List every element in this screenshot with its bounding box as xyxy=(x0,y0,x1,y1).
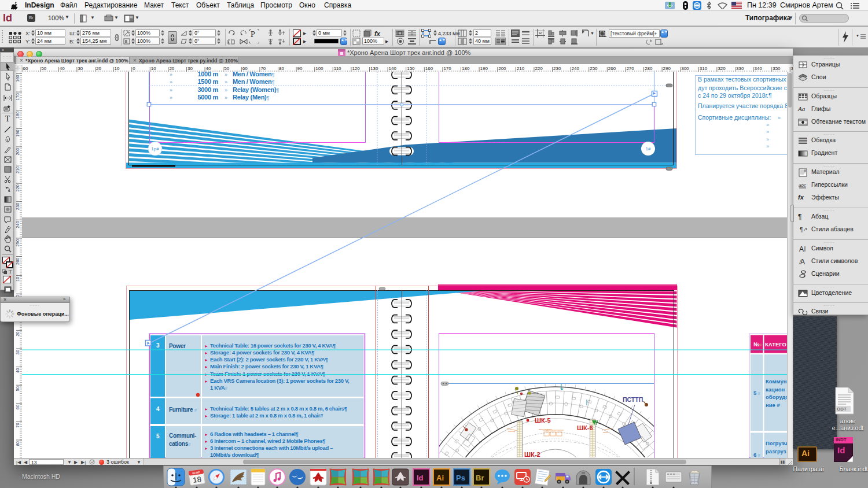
svg-text:Погрузч: Погрузч xyxy=(766,440,787,446)
svg-text:►: ► xyxy=(204,344,208,348)
svg-text:Team Finish: 1 power sockets f: Team Finish: 1 power sockets for 230 V, … xyxy=(210,371,325,377)
svg-text:оборудо: оборудо xyxy=(766,394,787,400)
svg-text:340: 340 xyxy=(755,66,763,71)
svg-text:18: 18 xyxy=(192,475,201,485)
svg-text:230: 230 xyxy=(553,66,561,71)
svg-text:260: 260 xyxy=(608,66,616,71)
svg-text:сектор: сектор xyxy=(508,430,516,432)
svg-text:ние #: ние # xyxy=(766,402,781,408)
svg-text:Men / Women¶: Men / Women¶ xyxy=(233,78,274,85)
svg-text:210: 210 xyxy=(517,66,525,71)
svg-text:200: 200 xyxy=(498,66,506,71)
svg-text:10Mbit/s download¶: 10Mbit/s download¶ xyxy=(210,452,259,458)
svg-text:Relay (Women)¶: Relay (Women)¶ xyxy=(233,86,279,93)
svg-text:160: 160 xyxy=(15,75,20,83)
svg-text:►: ► xyxy=(204,358,208,362)
svg-text:10: 10 xyxy=(151,66,156,71)
svg-text:1#: 1# xyxy=(646,146,651,151)
svg-text:320: 320 xyxy=(718,66,726,71)
svg-text:210: 210 xyxy=(15,167,20,174)
svg-text:10: 10 xyxy=(15,277,20,282)
svg-text:220: 220 xyxy=(15,184,20,192)
svg-text:3 Internet connections each wi: 3 Internet connections each with 10Mbit/… xyxy=(210,445,333,451)
svg-text:с 24 по 29 октября 2018г.¶: с 24 по 29 октября 2018г.¶ xyxy=(698,92,772,99)
svg-text:1p#: 1p# xyxy=(151,146,159,151)
svg-text:5: 5 xyxy=(156,433,160,439)
svg-text:»: » xyxy=(766,143,769,149)
svg-text:310: 310 xyxy=(700,66,708,71)
svg-text:ШК-6: ШК-6 xyxy=(577,424,593,431)
svg-text:Technical Table: 5 tables at 2: Technical Table: 5 tables at 2 m x 0.8 m… xyxy=(210,405,347,412)
svg-text:0: 0 xyxy=(133,66,135,71)
svg-text:»: » xyxy=(225,87,227,93)
svg-text:200: 200 xyxy=(15,148,20,156)
svg-text:350: 350 xyxy=(773,66,781,71)
svg-text:180: 180 xyxy=(462,66,470,71)
svg-text:290: 290 xyxy=(663,66,671,71)
svg-text:80: 80 xyxy=(279,66,284,71)
svg-text:70: 70 xyxy=(15,423,20,427)
svg-text:»: » xyxy=(225,95,227,101)
svg-text:Br: Br xyxy=(476,474,484,482)
svg-text:6 #: 6 # xyxy=(753,452,760,458)
svg-text:220: 220 xyxy=(535,66,543,71)
svg-text:¶: ¶ xyxy=(800,227,803,233)
svg-text:►: ► xyxy=(204,446,208,450)
svg-text:30: 30 xyxy=(187,66,193,71)
svg-text:►: ► xyxy=(204,407,208,411)
svg-text:20: 20 xyxy=(96,66,101,71)
svg-text:30: 30 xyxy=(78,66,83,71)
svg-text:ШК-2: ШК-2 xyxy=(524,451,540,458)
svg-text:60: 60 xyxy=(15,405,20,409)
svg-text:»: » xyxy=(778,115,781,121)
svg-text:КАТЕГО: КАТЕГО xyxy=(765,341,786,347)
svg-text:1 KVA#: 1 KVA# xyxy=(210,385,228,391)
svg-text:В рамках тестовых спортивных: В рамках тестовых спортивных xyxy=(698,76,786,83)
svg-text:A: A xyxy=(799,245,804,253)
svg-text:50: 50 xyxy=(15,386,20,391)
svg-text:20: 20 xyxy=(169,66,174,71)
svg-text:дут проходить Всероссийские со: дут проходить Всероссийские со xyxy=(698,84,787,91)
svg-text:170: 170 xyxy=(443,66,451,71)
svg-text:разгруз: разгруз xyxy=(766,448,786,454)
svg-text:»: » xyxy=(170,79,172,85)
svg-text:abc: abc xyxy=(799,183,806,188)
svg-text:6 Intercom – 1 channel, wired: 6 Intercom – 1 channel, wired 2 Mobile P… xyxy=(210,438,325,444)
svg-text:250: 250 xyxy=(590,66,598,71)
svg-text:Коммуни: Коммуни xyxy=(766,378,787,385)
svg-text:Планируется участие порядка 8: Планируется участие порядка 8 xyxy=(698,102,787,109)
svg-text:Storage: 1 table at 2 m x 0.8: Storage: 1 table at 2 m x 0.8 m x 0.8 m,… xyxy=(210,412,323,419)
svg-text:Furniture #: Furniture # xyxy=(169,406,197,413)
svg-text:280: 280 xyxy=(645,66,653,71)
svg-text:Power: Power xyxy=(169,343,186,349)
svg-text:250: 250 xyxy=(15,239,20,247)
svg-text:►: ► xyxy=(204,414,208,418)
svg-text:120: 120 xyxy=(352,66,360,71)
svg-text:5 #: 5 # xyxy=(753,390,760,396)
svg-text:330: 330 xyxy=(736,66,744,71)
svg-text:5000 m: 5000 m xyxy=(197,94,218,101)
svg-text:»: » xyxy=(225,72,227,77)
svg-text:►: ► xyxy=(204,379,208,383)
svg-text:►: ► xyxy=(204,439,208,443)
svg-text:20: 20 xyxy=(15,331,20,336)
svg-text:3000 m: 3000 m xyxy=(197,86,218,93)
svg-text:Id: Id xyxy=(417,474,424,482)
svg-text:Спортивные дисциплины:: Спортивные дисциплины: xyxy=(698,114,771,121)
svg-text:►: ► xyxy=(204,365,208,369)
svg-text:100: 100 xyxy=(315,66,323,71)
svg-text:170: 170 xyxy=(15,93,20,101)
svg-text:230: 230 xyxy=(15,203,20,210)
svg-text:140: 140 xyxy=(389,66,397,71)
svg-text:270: 270 xyxy=(626,66,634,71)
svg-text:Technical Table: 16 power sock: Technical Table: 16 power sockets for 23… xyxy=(210,342,336,349)
svg-text:150: 150 xyxy=(407,66,415,71)
svg-text:»: » xyxy=(225,79,227,85)
svg-text:50: 50 xyxy=(224,66,229,71)
svg-text:110: 110 xyxy=(334,66,341,71)
svg-text:Main Finish: 2 power sockets f: Main Finish: 2 power sockets for 230 V, … xyxy=(210,363,323,369)
svg-text:»: » xyxy=(766,129,769,135)
svg-text:кацион: кацион xyxy=(766,386,785,393)
svg-text:6 Radios with headsets – 1 cha: 6 Radios with headsets – 1 channel¶ xyxy=(210,431,299,437)
svg-text:Men / Women¶: Men / Women¶ xyxy=(233,72,274,77)
